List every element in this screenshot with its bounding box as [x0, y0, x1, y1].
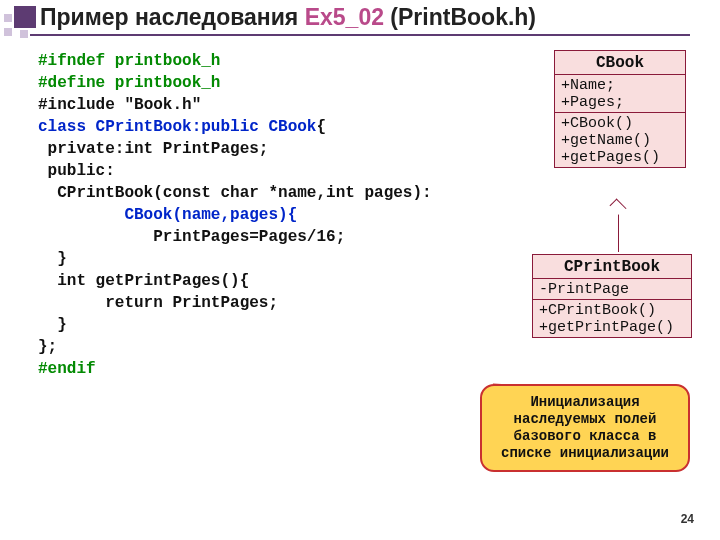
- uml-operations: +CPrintBook() +getPrintPage(): [533, 299, 691, 337]
- code-line: };: [38, 338, 67, 356]
- callout-line: базового класса в: [490, 428, 680, 445]
- callout-line: наследуемых полей: [490, 411, 680, 428]
- callout-line: Инициализация: [490, 394, 680, 411]
- title-accent: Ex5_02: [305, 4, 384, 30]
- code-line: class CPrintBook:public CBook{: [38, 118, 326, 136]
- title-post: (PrintBook.h): [384, 4, 536, 30]
- uml-attributes: -PrintPage: [533, 278, 691, 299]
- title-underline: [30, 34, 690, 36]
- uml-inheritance-line: [618, 210, 619, 252]
- slide-title: Пример наследования Ex5_02 (PrintBook.h): [40, 4, 536, 31]
- title-pre: Пример наследования: [40, 4, 305, 30]
- code-line: }: [38, 250, 67, 268]
- callout-line: списке инициализации: [490, 445, 680, 462]
- code-line: #endif: [38, 360, 96, 378]
- code-line: PrintPages=Pages/16;: [38, 228, 345, 246]
- deco-square-small: [20, 30, 28, 38]
- deco-square-small: [4, 14, 12, 22]
- uml-operations: +CBook() +getName() +getPages(): [555, 112, 685, 167]
- deco-square-large: [14, 6, 36, 28]
- code-line: }: [38, 316, 67, 334]
- uml-class-name: CPrintBook: [533, 255, 691, 278]
- code-line: public:: [38, 162, 115, 180]
- code-line: #ifndef printbook_h: [38, 52, 220, 70]
- uml-inheritance-arrowhead-icon: [610, 199, 627, 216]
- uml-attr: -PrintPage: [539, 281, 685, 298]
- code-line: CPrintBook(const char *name,int pages):: [38, 184, 432, 202]
- code-line: private:int PrintPages;: [38, 140, 268, 158]
- page-number: 24: [681, 512, 694, 526]
- callout-note: Инициализация наследуемых полей базового…: [480, 384, 690, 472]
- uml-op: +getName(): [561, 132, 679, 149]
- uml-attr: +Pages;: [561, 94, 679, 111]
- code-line: CBook(name,pages){: [38, 206, 297, 224]
- uml-class-cprintbook: CPrintBook -PrintPage +CPrintBook() +get…: [532, 254, 692, 338]
- deco-square-small: [4, 28, 12, 36]
- uml-op: +CPrintBook(): [539, 302, 685, 319]
- code-line: #define printbook_h: [38, 74, 220, 92]
- uml-attributes: +Name; +Pages;: [555, 74, 685, 112]
- code-line: return PrintPages;: [38, 294, 278, 312]
- code-line: int getPrintPages(){: [38, 272, 249, 290]
- uml-op: +CBook(): [561, 115, 679, 132]
- uml-op: +getPages(): [561, 149, 679, 166]
- code-block: #ifndef printbook_h #define printbook_h …: [38, 50, 432, 380]
- code-line: #include "Book.h": [38, 96, 201, 114]
- uml-class-name: CBook: [555, 51, 685, 74]
- uml-attr: +Name;: [561, 77, 679, 94]
- uml-class-cbook: CBook +Name; +Pages; +CBook() +getName()…: [554, 50, 686, 168]
- uml-op: +getPrintPage(): [539, 319, 685, 336]
